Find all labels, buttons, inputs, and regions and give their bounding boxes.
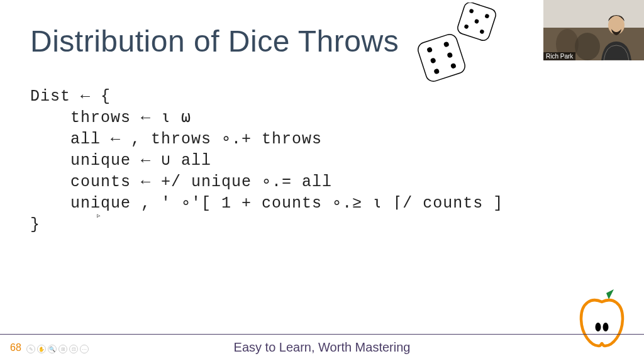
code-line: throws ← ⍳ ⍵: [30, 109, 191, 127]
logo-leaf: [606, 289, 614, 299]
slide-title: Distribution of Dice Throws: [30, 24, 399, 58]
svg-point-18: [596, 323, 601, 331]
footer: 68 ✎ ✋ 🔍 ⊞ ⊡ ⋯ Easy to Learn, Worth Mast…: [0, 335, 644, 361]
presenter-name-label: Rich Park: [543, 52, 575, 60]
svg-rect-13: [543, 0, 644, 28]
dice-illustration-icon: [418, 3, 499, 84]
mouse-cursor-icon: ▹: [97, 211, 101, 219]
code-line: unique , ' ∘'[ 1 + counts ∘.≥ ⍳ ⌈/ count…: [30, 194, 503, 213]
svg-point-17: [608, 16, 625, 35]
code-line: counts ← +/ unique ∘.= all: [30, 173, 332, 191]
svg-point-19: [603, 323, 609, 331]
code-line: unique ← ∪ all: [30, 152, 211, 170]
footer-tagline: Easy to Learn, Worth Mastering: [0, 340, 644, 355]
code-line: Dist ← {: [30, 87, 111, 106]
presenter-webcam: Rich Park: [543, 0, 644, 60]
code-line: }: [30, 216, 40, 234]
svg-point-16: [575, 33, 600, 60]
svg-rect-6: [418, 33, 467, 84]
code-block: Dist ← { throws ← ⍳ ⍵ all ← , throws ∘.+…: [30, 86, 503, 236]
code-line: all ← , throws ∘.+ throws: [30, 130, 322, 148]
